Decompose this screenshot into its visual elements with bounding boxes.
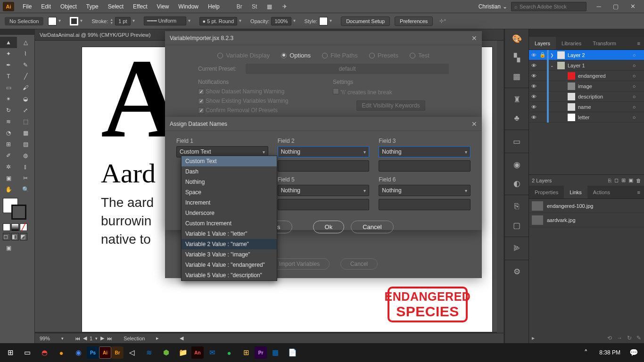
visibility-toggle-icon[interactable]: 👁	[529, 115, 538, 120]
tool-mesh[interactable]: ⊞	[0, 139, 17, 150]
tool-gradient[interactable]: ▤	[17, 139, 34, 150]
tool-scale[interactable]: ⤢	[17, 105, 34, 116]
goto-link-icon[interactable]: →	[617, 335, 622, 341]
vivaldi-icon[interactable]: ◓	[36, 344, 53, 361]
clip-mask-icon[interactable]: ◻	[614, 177, 619, 183]
field5-text[interactable]	[278, 199, 370, 210]
premiere-icon[interactable]: Pr	[255, 346, 267, 359]
field6-text[interactable]	[379, 199, 471, 210]
settings-panel-icon[interactable]: ⚙	[505, 262, 528, 281]
dropdown-option[interactable]: Nothing	[182, 177, 277, 187]
tool-rotate[interactable]: ↻	[0, 105, 17, 116]
stroke-color-swatch[interactable]	[11, 205, 26, 220]
target-icon[interactable]: ○	[630, 83, 638, 89]
style-swatch[interactable]	[319, 17, 328, 25]
dropdown-option[interactable]: Variable 2 Value : "name"	[182, 239, 277, 249]
layer-row[interactable]: 👁endangered○	[529, 71, 644, 81]
gpu-icon[interactable]: ✈	[279, 2, 291, 11]
target-icon[interactable]: ○	[630, 115, 638, 120]
visibility-toggle-icon[interactable]: 👁	[529, 94, 538, 99]
layer-row[interactable]: 👁image○	[529, 81, 644, 91]
tool-shaper[interactable]: ✴	[0, 93, 17, 105]
relink-icon[interactable]: ⟲	[607, 335, 612, 341]
color-guide-icon[interactable]: ▦	[505, 67, 528, 86]
dropdown-option[interactable]: Custom Increment	[182, 218, 277, 229]
menu-effect[interactable]: Effect	[128, 3, 152, 10]
window-maximize[interactable]: ▢	[607, 0, 624, 13]
field6-select[interactable]: Nothing▾	[379, 185, 471, 196]
calculator-icon[interactable]: ⊞	[238, 344, 255, 361]
cancel-button[interactable]: Cancel	[351, 221, 393, 233]
opacity-input[interactable]: 100%	[271, 17, 291, 25]
document-setup-button[interactable]: Document Setup	[341, 16, 390, 26]
chrome-icon[interactable]: ◉	[70, 344, 87, 361]
draw-inside-icon[interactable]: ◩	[20, 233, 27, 240]
field3-text[interactable]	[379, 160, 471, 172]
tool-curvature[interactable]: ✎	[17, 59, 34, 71]
draw-behind-icon[interactable]: ◧	[11, 233, 19, 240]
visibility-toggle-icon[interactable]: 👁	[529, 83, 538, 89]
dropdown-option[interactable]: Increment	[182, 197, 277, 208]
photoshop-icon[interactable]: Ps	[87, 346, 99, 359]
notepad-icon[interactable]: 📄	[284, 344, 301, 361]
dropdown-option[interactable]: Dash	[182, 166, 277, 177]
window-close[interactable]: ✕	[624, 0, 641, 13]
field3-select[interactable]: Nothing▾	[379, 146, 471, 157]
dropdown-option[interactable]: Variable 3 Value : "image"	[182, 249, 277, 260]
visibility-toggle-icon[interactable]: 👁	[529, 104, 538, 110]
target-icon[interactable]: ○	[630, 94, 638, 99]
none-mode-icon[interactable]: ╱	[20, 223, 27, 231]
stock-icon[interactable]: St	[248, 2, 261, 11]
system-clock[interactable]: 8:38 PM	[594, 349, 625, 356]
mail-icon[interactable]: ✉	[204, 344, 221, 361]
menu-file[interactable]: File	[18, 3, 36, 10]
layer-row[interactable]: 👁description○	[529, 91, 644, 102]
dropdown-option[interactable]: Variable 5 Value : "description"	[182, 270, 277, 280]
start-button[interactable]: ⊞	[2, 344, 19, 361]
dropdown-option[interactable]: Variable 1 Value : "letter"	[182, 229, 277, 239]
tool-selection[interactable]: ▲	[0, 37, 17, 48]
links-expand-icon[interactable]: ▸	[532, 335, 535, 341]
visibility-toggle-icon[interactable]: 👁	[529, 63, 538, 68]
dropdown-option[interactable]: Underscore	[182, 208, 277, 218]
tool-symbol-sprayer[interactable]: ✲	[0, 161, 17, 173]
layer-row[interactable]: 👁🔒❯Layer 2○	[529, 50, 644, 60]
explorer-icon[interactable]: 📁	[174, 344, 191, 361]
tool-eyedropper[interactable]: ✐	[0, 150, 17, 161]
symbols-panel-icon[interactable]: ♜	[505, 90, 528, 109]
tool-perspective[interactable]: ▦	[17, 127, 34, 139]
appearance-panel-icon[interactable]: ◉	[505, 155, 528, 174]
edit-original-icon[interactable]: ✎	[636, 335, 641, 341]
user-menu[interactable]: Christian⌄	[475, 3, 511, 10]
panel-menu-icon[interactable]: ≡	[634, 41, 644, 46]
visibility-toggle-icon[interactable]: 👁	[529, 73, 538, 79]
brush-definition-select[interactable]: ● 5 pt. Round	[199, 17, 238, 25]
dropdown-option[interactable]: Variable 4 Value : "endangered"	[182, 260, 277, 270]
layer-row[interactable]: 👁⌄Layer 1○	[529, 60, 644, 71]
ok-button[interactable]: Ok	[313, 221, 345, 233]
graphic-styles-icon[interactable]: ◐	[505, 174, 528, 193]
gradient-mode-icon[interactable]	[11, 223, 19, 231]
field1-dropdown-list[interactable]: Custom TextDashNothingSpaceIncrementUnde…	[181, 156, 277, 281]
stroke-weight-input[interactable]: 1 pt	[115, 17, 130, 25]
update-link-icon[interactable]: ↻	[627, 335, 632, 341]
tool-line[interactable]: ╱	[17, 71, 34, 82]
tray-expand-icon[interactable]: ˄	[578, 344, 594, 361]
tool-shape-builder[interactable]: ◔	[0, 127, 17, 139]
notifications-icon[interactable]: 💬	[625, 344, 642, 361]
firefox-icon[interactable]: ●	[53, 344, 70, 361]
arrange-icon[interactable]: ▦	[264, 2, 276, 11]
target-icon[interactable]: ○	[630, 104, 638, 110]
target-icon[interactable]: ○	[630, 52, 638, 58]
new-layer-icon[interactable]: ▣	[628, 177, 633, 183]
layer-row[interactable]: 👁letter○	[529, 112, 644, 123]
tool-slice[interactable]: ✂	[17, 173, 34, 184]
tool-type[interactable]: T	[0, 71, 17, 82]
link-row[interactable]: aardvark.jpg	[529, 213, 644, 227]
fill-swatch[interactable]	[48, 17, 57, 25]
unity-icon[interactable]: ◁	[124, 344, 140, 361]
expand-icon[interactable]: ❯	[549, 53, 555, 58]
stroke-panel-icon[interactable]: ▭	[505, 132, 528, 151]
draw-normal-icon[interactable]: ◻	[3, 233, 10, 240]
illustrator-icon[interactable]: Ai	[99, 346, 111, 359]
